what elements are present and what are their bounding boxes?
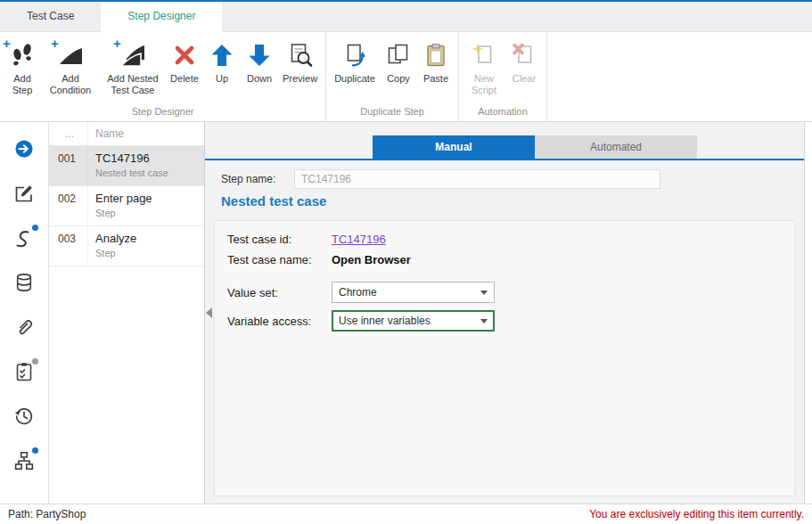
step-list-panel: ... Name 001 TC147196 Nested test case 0… [49, 122, 205, 504]
add-condition-button[interactable]: + Add Condition [41, 34, 100, 96]
chevron-down-icon [480, 319, 488, 323]
test-steps-curve-icon [13, 227, 35, 252]
up-button[interactable]: Up [203, 34, 241, 85]
add-condition-icon: + [56, 41, 85, 70]
ribbon-button-label: Clear [513, 73, 536, 85]
duplicate-button[interactable]: Duplicate [330, 34, 380, 85]
clear-icon [510, 41, 538, 70]
variable-access-label: Variable access: [227, 315, 332, 328]
value-set-dropdown[interactable]: Chrome [332, 282, 495, 303]
tab-underline [205, 159, 804, 160]
path-label: Path: PartyShop [8, 508, 86, 520]
step-detail-panel: Manual Automated Step name: Nested test … [205, 122, 805, 504]
down-button[interactable]: Down [241, 34, 278, 85]
tab-automated[interactable]: Automated [535, 135, 697, 159]
value-set-selected: Chrome [339, 286, 377, 299]
copy-button[interactable]: Copy [380, 34, 417, 85]
tab-step-designer[interactable]: Step Designer [101, 2, 222, 32]
variable-access-dropdown[interactable]: Use inner variables [332, 310, 495, 332]
add-nested-test-case-icon: + [119, 41, 147, 70]
ribbon-button-label: Paste [423, 73, 448, 85]
plus-badge-icon: + [3, 36, 11, 51]
ribbon-button-label: Preview [283, 73, 317, 85]
history-clock-icon [13, 405, 35, 430]
step-row-001[interactable]: 001 TC147196 Nested test case [49, 146, 204, 186]
rail-item-data[interactable] [6, 266, 42, 302]
step-name-row: Step name: [221, 168, 660, 190]
duplicate-icon [340, 41, 369, 70]
checklist-clipboard-icon [13, 361, 35, 386]
ribbon-button-label: Down [247, 73, 272, 85]
step-number: 002 [49, 186, 88, 225]
step-row-003[interactable]: 003 Analyze Step [49, 226, 204, 266]
step-title: Analyze [95, 232, 199, 245]
test-case-id-link[interactable]: TC147196 [332, 233, 386, 246]
step-subtitle: Step [95, 248, 199, 258]
column-header-name[interactable]: Name [88, 122, 204, 145]
open-arrow-circle-icon [13, 138, 35, 163]
rail-item-attachments[interactable] [6, 311, 42, 347]
paperclip-icon [13, 316, 35, 341]
paste-icon [422, 41, 450, 70]
collapse-panel-arrow[interactable] [206, 307, 212, 318]
tab-manual[interactable]: Manual [373, 135, 535, 159]
rail-item-history[interactable] [6, 400, 42, 436]
exclusive-edit-message: You are exclusively editing this item cu… [589, 508, 804, 520]
ribbon-group-label: Automation [463, 104, 543, 121]
ribbon-button-label: Copy [387, 73, 410, 85]
rail-item-test-steps[interactable] [6, 222, 42, 258]
test-case-name-value: Open Browser [332, 253, 411, 266]
chevron-down-icon [480, 291, 488, 295]
preview-icon [286, 41, 315, 70]
delete-button[interactable]: Delete [166, 34, 203, 85]
clear-button[interactable]: Clear [505, 34, 543, 85]
step-row-002[interactable]: 002 Enter page Step [49, 186, 204, 226]
step-number: 001 [49, 146, 88, 185]
edit-pencil-icon [13, 183, 35, 208]
step-title: TC147196 [95, 151, 199, 165]
ribbon-group-label: Step Designer [4, 104, 322, 121]
step-list-header: ... Name [49, 122, 204, 146]
ribbon-button-label: New Script [467, 73, 501, 96]
notification-dot [32, 447, 38, 454]
copy-icon [384, 41, 413, 70]
ribbon-group-label: Duplicate Step [330, 104, 455, 121]
variable-access-selected: Use inner variables [339, 315, 431, 327]
add-step-icon: + [8, 41, 37, 70]
column-header-dots[interactable]: ... [49, 122, 88, 145]
step-title: Enter page [95, 192, 199, 205]
ribbon-button-label: Add Condition [45, 73, 95, 96]
paste-button[interactable]: Paste [417, 34, 455, 85]
ribbon-button-label: Delete [170, 73, 199, 85]
add-nested-test-case-button[interactable]: + Add Nested Test Case [100, 34, 166, 96]
rail-item-edit[interactable] [6, 177, 42, 213]
preview-button[interactable]: Preview [278, 34, 322, 85]
form-row-value-set: Value set: Chrome [227, 282, 782, 303]
sitemap-icon [13, 450, 35, 475]
rail-item-open[interactable] [6, 133, 42, 168]
plus-badge-icon: + [113, 36, 121, 51]
ribbon-button-label: Up [216, 73, 228, 85]
step-name-input[interactable] [294, 169, 660, 189]
step-name-label: Step name: [221, 173, 294, 185]
ribbon: + Add Step + Add Condition [0, 32, 812, 122]
page-title: Nested test case [221, 193, 326, 209]
nested-test-case-form: Test case id: TC147196 Test case name: O… [214, 220, 795, 496]
new-script-button[interactable]: New Script [463, 34, 505, 96]
step-subtitle: Step [95, 208, 199, 218]
arrow-up-icon [208, 41, 236, 70]
form-row-test-case-name: Test case name: Open Browser [227, 253, 782, 266]
value-set-label: Value set: [227, 286, 332, 299]
delete-icon [170, 41, 199, 70]
step-subtitle: Nested test case [95, 168, 199, 178]
rail-item-hierarchy[interactable] [6, 445, 42, 480]
test-case-id-label: Test case id: [227, 233, 332, 246]
form-row-variable-access: Variable access: Use inner variables [227, 310, 782, 332]
status-bar: Path: PartyShop You are exclusively edit… [0, 504, 812, 524]
ribbon-group-duplicate-step: Duplicate Copy [326, 32, 459, 121]
add-step-button[interactable]: + Add Step [4, 34, 41, 96]
database-icon [13, 272, 35, 297]
app-window: Test Case Step Designer + Add Step [0, 0, 812, 524]
rail-item-checklist[interactable] [6, 356, 42, 391]
tab-test-case[interactable]: Test Case [0, 2, 101, 31]
